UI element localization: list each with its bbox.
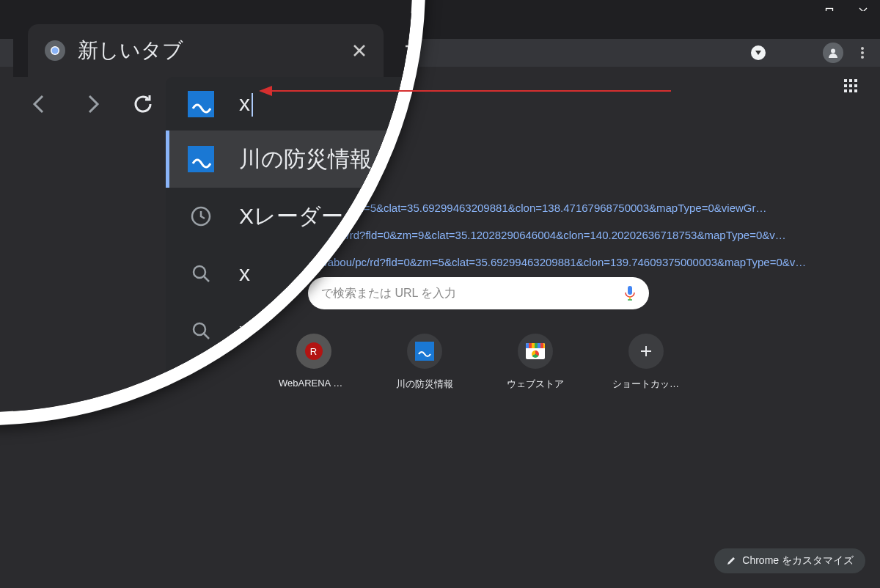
customize-label: Chrome をカスタマイズ bbox=[742, 554, 854, 567]
svg-rect-13 bbox=[854, 79, 857, 82]
svg-marker-6 bbox=[755, 51, 761, 55]
ntp-search-box[interactable]: で検索または URL を入力 bbox=[308, 277, 649, 309]
svg-rect-20 bbox=[628, 286, 632, 295]
titlebar bbox=[0, 0, 880, 11]
mic-icon[interactable] bbox=[624, 285, 636, 301]
url-suggestion-list: bou/mb/rd?zm=5&clat=35.69299463209881&cl… bbox=[293, 202, 829, 268]
svg-rect-14 bbox=[844, 84, 847, 87]
shortcut-webstore[interactable]: ウェブストア bbox=[500, 334, 570, 391]
svg-point-10 bbox=[861, 56, 864, 59]
shortcut-webarena[interactable]: R WebARENA S… bbox=[279, 334, 348, 391]
apps-grid-icon[interactable] bbox=[839, 74, 862, 98]
tab-strip bbox=[0, 11, 880, 39]
profile-avatar[interactable] bbox=[823, 43, 843, 63]
shortcuts-row: R WebARENA S… 川の防災情報 ウェブストア ショートカッ… bbox=[279, 334, 681, 391]
svg-rect-16 bbox=[854, 84, 857, 87]
svg-rect-12 bbox=[849, 79, 852, 82]
new-tab-page bbox=[0, 67, 880, 588]
toolbar bbox=[0, 39, 880, 67]
customize-chrome-button[interactable]: Chrome をカスタマイズ bbox=[714, 548, 865, 573]
shortcut-tile bbox=[407, 334, 442, 369]
shortcut-add[interactable]: ショートカッ… bbox=[611, 334, 681, 391]
url-suggestion[interactable]: .jp/kawabou/pc/rd?fld=0&zm=5&clat=35.692… bbox=[293, 256, 829, 268]
svg-rect-18 bbox=[849, 89, 852, 92]
svg-point-9 bbox=[861, 51, 864, 54]
shortcut-tile bbox=[628, 334, 664, 369]
shortcut-kawabousai[interactable]: 川の防災情報 bbox=[389, 334, 459, 391]
svg-rect-19 bbox=[854, 89, 857, 92]
shortcut-tile bbox=[518, 334, 553, 369]
shortcut-label: ショートカッ… bbox=[612, 378, 679, 391]
extension-badge-icon[interactable] bbox=[751, 45, 766, 60]
svg-point-7 bbox=[831, 49, 835, 54]
shortcut-label: WebARENA S… bbox=[279, 378, 348, 389]
new-tab-button[interactable] bbox=[235, 17, 255, 37]
url-suggestion[interactable]: awabou/pc/rd?fld=0&zm=9&clat=35.12028290… bbox=[293, 229, 829, 241]
svg-point-8 bbox=[861, 47, 864, 50]
pencil-icon bbox=[726, 556, 736, 566]
svg-rect-17 bbox=[844, 89, 847, 92]
search-placeholder: で検索または URL を入力 bbox=[321, 286, 456, 301]
annotation-arrow bbox=[260, 90, 671, 92]
url-suggestion[interactable]: bou/mb/rd?zm=5&clat=35.69299463209881&cl… bbox=[293, 202, 829, 214]
shortcut-tile: R bbox=[296, 334, 331, 369]
svg-rect-15 bbox=[849, 84, 852, 87]
kebab-menu-icon[interactable] bbox=[852, 43, 873, 63]
svg-rect-11 bbox=[844, 79, 847, 82]
shortcut-label: ウェブストア bbox=[507, 378, 564, 391]
shortcut-label: 川の防災情報 bbox=[396, 378, 453, 391]
